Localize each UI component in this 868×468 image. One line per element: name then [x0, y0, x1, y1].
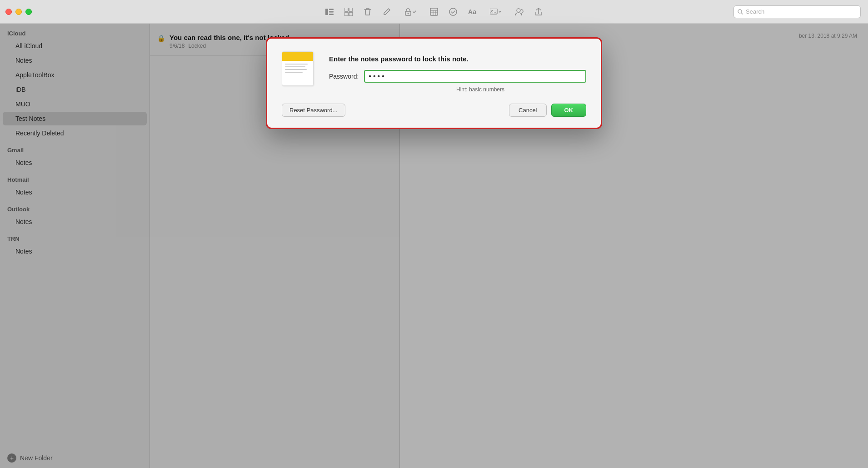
- password-label: Password:: [329, 73, 359, 80]
- svg-rect-6: [344, 12, 348, 16]
- svg-rect-10: [430, 8, 438, 15]
- minimize-button[interactable]: [15, 9, 22, 15]
- format-button[interactable]: Aa: [464, 4, 481, 20]
- titlebar: Aa Search: [0, 0, 868, 24]
- modal-title: Enter the notes password to lock this no…: [329, 55, 586, 63]
- lock-button[interactable]: [397, 4, 424, 20]
- svg-rect-4: [344, 8, 348, 11]
- format-label: Aa: [468, 8, 476, 15]
- modal-right-buttons: Cancel OK: [509, 104, 586, 117]
- table-button[interactable]: [425, 4, 443, 20]
- svg-point-15: [449, 8, 457, 15]
- svg-rect-5: [349, 8, 353, 11]
- collab-button[interactable]: [511, 4, 528, 20]
- svg-rect-2: [329, 11, 334, 12]
- notes-app-icon: [282, 51, 318, 88]
- svg-line-20: [741, 13, 743, 14]
- search-placeholder: Search: [746, 8, 764, 15]
- reset-password-button[interactable]: Reset Password...: [282, 104, 345, 117]
- maximize-button[interactable]: [25, 9, 32, 15]
- password-hint: Hint: basic numbers: [374, 86, 586, 93]
- close-button[interactable]: [5, 9, 12, 15]
- gallery-view-button[interactable]: [340, 4, 357, 20]
- compose-button[interactable]: [378, 4, 395, 20]
- toolbar: Aa: [321, 4, 547, 20]
- svg-rect-0: [325, 9, 328, 15]
- media-button[interactable]: [483, 4, 509, 20]
- svg-point-18: [517, 9, 520, 12]
- modal-buttons: Reset Password... Cancel OK: [282, 104, 586, 117]
- ok-button[interactable]: OK: [551, 104, 587, 117]
- svg-rect-1: [329, 9, 334, 10]
- delete-button[interactable]: [359, 4, 376, 20]
- password-modal: Enter the notes password to lock this no…: [266, 37, 602, 129]
- password-row: Password:: [329, 70, 586, 83]
- password-input[interactable]: [364, 70, 586, 83]
- svg-rect-7: [349, 12, 353, 16]
- modal-header: Enter the notes password to lock this no…: [282, 51, 586, 93]
- share-button[interactable]: [530, 4, 547, 20]
- checklist-button[interactable]: [444, 4, 462, 20]
- cancel-button[interactable]: Cancel: [509, 104, 546, 117]
- toggle-sidebar-button[interactable]: [321, 4, 338, 20]
- search-bar[interactable]: Search: [733, 5, 861, 18]
- modal-overlay: Enter the notes password to lock this no…: [0, 24, 868, 468]
- traffic-lights: [5, 9, 32, 15]
- svg-point-9: [408, 13, 409, 14]
- svg-rect-3: [329, 14, 334, 15]
